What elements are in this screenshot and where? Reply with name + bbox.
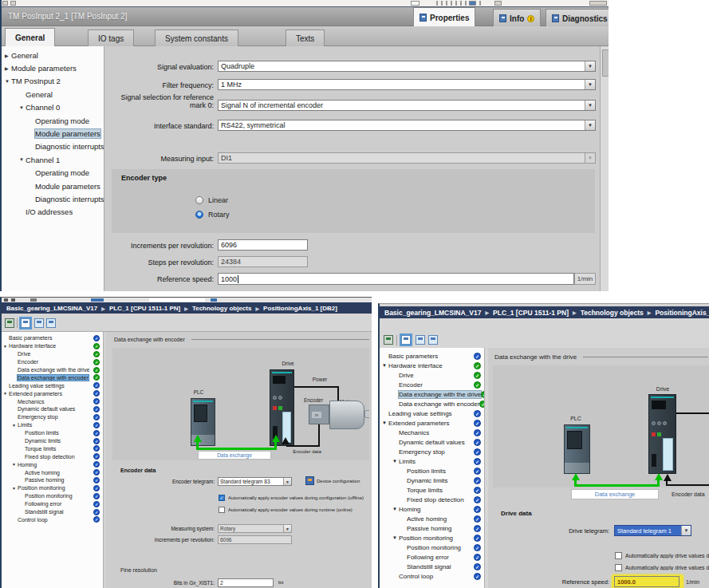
chevron-down-icon[interactable]: ▼	[392, 459, 399, 464]
axis-tree-item[interactable]: Following error✓	[2, 500, 100, 508]
breadcrumb-item[interactable]: PositioningAxis_1 [DB2]	[263, 305, 337, 312]
function-view-icon[interactable]	[21, 318, 30, 328]
function-view-icon[interactable]	[401, 335, 411, 345]
expand-all-icon[interactable]	[428, 335, 438, 345]
axis-tree-item[interactable]: Dynamic default values✓	[2, 405, 100, 413]
axis-tree-item[interactable]: Active homing✓	[2, 468, 100, 476]
drive-telegram-select[interactable]: Standard telegram 1 ▼	[614, 525, 691, 536]
chevron-down-icon[interactable]: ▼	[3, 391, 9, 396]
axis-tree-item[interactable]: Data exchange with the drive✓	[380, 389, 482, 399]
axis-tree-item[interactable]: Position limits✓	[380, 466, 482, 476]
axis-tree-item[interactable]: ▼Hardware interface✓	[380, 361, 482, 370]
axis-tree-item[interactable]: Position monitoring✓	[2, 492, 100, 500]
axis-tree-item[interactable]: Encoder✓	[2, 358, 100, 366]
chevron-down-icon[interactable]: ▼	[585, 80, 595, 89]
chevron-down-icon[interactable]: ▼	[5, 79, 11, 84]
bits-input[interactable]: 2	[218, 578, 274, 587]
interface-standard-select[interactable]: RS422, symmetrical ▼	[218, 120, 596, 131]
axis-tree-item[interactable]: Position limits✓	[2, 429, 100, 437]
axis-tree-item[interactable]: Data exchange with encoder✓	[380, 399, 482, 408]
increments-input[interactable]: 6096	[218, 239, 308, 251]
axis-tree-item[interactable]: ▼Hardware interface✓	[2, 342, 100, 350]
breadcrumb-item[interactable]: Basic_gearing_LMCSINA_V17	[384, 309, 481, 317]
chevron-down-icon[interactable]: ▼	[283, 478, 291, 485]
chevron-down-icon[interactable]: ▼	[19, 105, 26, 110]
axis-tree-item[interactable]: Mechanics✓	[380, 428, 482, 437]
axis-tree-item[interactable]: Active homing✓	[380, 514, 482, 523]
breadcrumb-item[interactable]: PLC_1 [CPU 1511-1 PN]	[109, 305, 180, 312]
chevron-down-icon[interactable]: ▼	[3, 344, 9, 349]
breadcrumb-item[interactable]: Technology objects	[192, 305, 252, 312]
axis-tree-item[interactable]: ▼Homing✓	[2, 460, 100, 468]
top-tree-item[interactable]: Module parameters	[2, 180, 104, 192]
chevron-down-icon[interactable]: ▼	[392, 535, 399, 540]
export-icon[interactable]	[384, 335, 393, 345]
chevron-down-icon[interactable]: ▼	[585, 101, 595, 110]
tab-system-constants[interactable]: System constants	[155, 30, 238, 46]
top-tree-item[interactable]: ▶Module parameters	[2, 61, 104, 74]
top-tree-item[interactable]: I/O addresses	[2, 206, 104, 219]
chevron-down-icon[interactable]: ▼	[585, 61, 595, 71]
chevron-down-icon[interactable]: ▼	[19, 157, 26, 162]
collapse-all-icon[interactable]	[416, 335, 425, 345]
axis-tree-item[interactable]: ▼Limits✓	[380, 456, 482, 466]
chevron-down-icon[interactable]: ▼	[382, 363, 388, 368]
signal-evaluation-select[interactable]: Quadruple ▼	[218, 61, 596, 72]
top-tree-item[interactable]: Diagnostic interrupts	[2, 140, 104, 153]
top-tree-item[interactable]: ▶General	[2, 49, 104, 61]
axis-tree-item[interactable]: Basic parameters✓	[2, 334, 100, 342]
breadcrumb-item[interactable]: Technology objects	[581, 309, 644, 317]
axis-tree-item[interactable]: Torque limits✓	[380, 485, 482, 495]
axis-tree-item[interactable]: Drive✓	[2, 350, 100, 358]
checkbox-apply-online[interactable]	[219, 507, 225, 513]
chevron-down-icon[interactable]: ▼	[392, 507, 399, 511]
chevron-down-icon[interactable]: ▼	[585, 120, 595, 130]
axis-tree-item[interactable]: Dynamic limits✓	[2, 437, 100, 445]
axis-tree-item[interactable]: Mechanics✓	[2, 397, 100, 405]
collapse-all-icon[interactable]	[34, 318, 44, 328]
chevron-down-icon[interactable]: ▼	[681, 526, 691, 535]
axis-tree-item[interactable]: Basic parameters✓	[380, 351, 482, 361]
chevron-down-icon[interactable]: ▼	[12, 423, 18, 428]
axis-tree-item[interactable]: Following error✓	[380, 552, 482, 562]
breadcrumb-item[interactable]: Basic_gearing_LMCSINA_V17	[6, 305, 97, 312]
axis-tree-item[interactable]: Control loop✓	[2, 515, 100, 523]
radio-linear[interactable]: Linear	[195, 196, 228, 204]
reference-speed-input[interactable]: 1000.0	[614, 576, 679, 587]
axis-tree-item[interactable]: Passive homing✓	[2, 476, 100, 484]
export-icon[interactable]	[5, 318, 14, 328]
axis-tree-item[interactable]: ▼Position monitoring✓	[2, 484, 100, 492]
chevron-down-icon[interactable]: ▼	[12, 462, 18, 467]
breadcrumb-item[interactable]: PositioningAxis_1 [DB2]	[655, 309, 709, 317]
chevron-right-icon[interactable]: ▶	[5, 53, 11, 58]
axis-tree-item[interactable]: Dynamic limits✓	[380, 476, 482, 485]
top-tree-item[interactable]: Operating mode	[2, 167, 104, 180]
axis-tree-item[interactable]: Standstill signal✓	[380, 562, 482, 571]
top-tree-item[interactable]: ▼Channel 1	[2, 153, 104, 166]
expand-all-icon[interactable]	[46, 318, 56, 328]
axis-tree-item[interactable]: ▼Position monitoring✓	[380, 533, 482, 543]
checkbox-apply-online[interactable]	[615, 564, 622, 571]
device-configuration-link[interactable]: Device configuration	[317, 479, 360, 483]
axis-tree-item[interactable]: Data exchange with the drive✓	[2, 366, 100, 374]
axis-tree-item[interactable]: Emergency stop✓	[2, 413, 100, 421]
top-tree-item[interactable]: Operating mode	[2, 114, 104, 127]
checkbox-apply-offline[interactable]	[615, 552, 622, 559]
axis-tree-item[interactable]: Leading value settings✓	[380, 408, 482, 418]
chevron-right-icon[interactable]: ▶	[5, 65, 11, 71]
tab-texts[interactable]: Texts	[286, 30, 325, 46]
axis-tree-item[interactable]: Drive✓	[380, 370, 482, 380]
breadcrumb-item[interactable]: PLC_1 [CPU 1511-1 PN]	[493, 309, 569, 317]
top-tree-item[interactable]: General	[2, 88, 104, 101]
axis-tree-item[interactable]: ▼Limits✓	[2, 421, 100, 429]
axis-tree-item[interactable]: ▼Extended parameters✓	[2, 389, 100, 397]
reference-speed-input[interactable]: 1000	[218, 273, 574, 285]
axis-tree-item[interactable]: ▼Homing✓	[380, 504, 482, 514]
axis-tree-item[interactable]: Dynamic default values✓	[380, 437, 482, 447]
tab-info[interactable]: Info i	[493, 9, 541, 27]
axis-tree-item[interactable]: Position monitoring✓	[380, 543, 482, 552]
chevron-down-icon[interactable]: ▼	[12, 486, 18, 491]
tab-properties[interactable]: Properties	[413, 7, 475, 27]
filter-frequency-select[interactable]: 1 MHz ▼	[218, 79, 596, 90]
scrollbar-thumb[interactable]	[602, 49, 609, 77]
